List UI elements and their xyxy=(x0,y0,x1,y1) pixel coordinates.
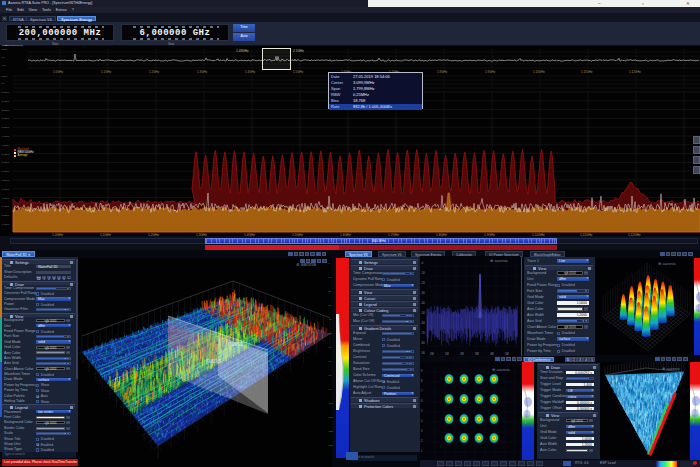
svg-text:-20: -20 xyxy=(421,281,425,285)
svg-text:-80: -80 xyxy=(421,341,425,345)
svg-text:-60: -60 xyxy=(421,321,425,325)
svg-text:-30: -30 xyxy=(421,291,425,295)
svg-text:⊕ aaronia: ⊕ aaronia xyxy=(662,366,681,371)
svg-text:-10: -10 xyxy=(421,271,425,275)
svg-text:-70: -70 xyxy=(421,331,425,335)
svg-text:nans: nans xyxy=(206,357,222,364)
svg-text:⊕ aaronia: ⊕ aaronia xyxy=(658,261,677,266)
svg-text:-40: -40 xyxy=(421,301,425,305)
svg-text:-90: -90 xyxy=(421,351,425,355)
svg-text:nans: nans xyxy=(228,340,244,347)
svg-text:⊕ aaronia: ⊕ aaronia xyxy=(490,258,509,263)
svg-text:n0s: n0s xyxy=(244,374,250,379)
svg-text:-50: -50 xyxy=(421,311,425,315)
svg-text:⊕ aaronia: ⊕ aaronia xyxy=(492,367,511,372)
